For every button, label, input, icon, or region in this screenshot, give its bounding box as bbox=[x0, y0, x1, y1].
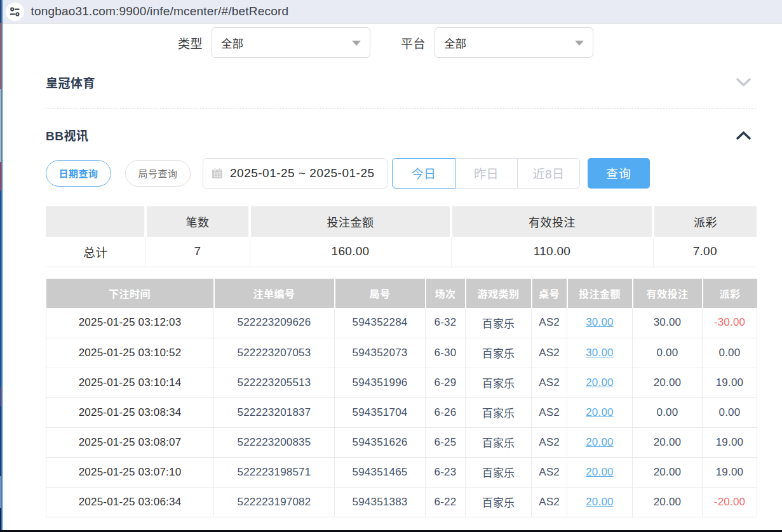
bet-record-cell: 30.00 bbox=[567, 338, 633, 368]
bet-record-cell: AS2 bbox=[532, 308, 567, 338]
bet-table-body: 2025-01-25 03:12:03522223209626594352284… bbox=[46, 308, 757, 517]
bet-record-cell: 0.00 bbox=[633, 338, 703, 368]
bet-record-cell: 19.00 bbox=[703, 368, 757, 397]
bet-amount-link[interactable]: 20.00 bbox=[586, 496, 614, 508]
crown-sports-title: 皇冠体育 bbox=[46, 74, 95, 91]
column-header: 派彩 bbox=[653, 206, 757, 237]
tune-icon bbox=[10, 6, 20, 17]
bet-records-table: 下注时间注单编号局号场次游戏类别桌号投注金额有效投注派彩 2025-01-25 … bbox=[46, 279, 757, 517]
caret-down-icon bbox=[352, 41, 361, 46]
bet-record-cell: AS2 bbox=[532, 338, 567, 368]
bet-amount-link[interactable]: 20.00 bbox=[586, 436, 614, 448]
summary-header-row: 笔数投注金额有效投注派彩 bbox=[46, 206, 757, 237]
bet-record-cell: 522223209626 bbox=[214, 308, 335, 338]
bet-record-cell: 2025-01-25 03:08:07 bbox=[46, 427, 214, 457]
bet-record-cell: 百家乐 bbox=[466, 308, 532, 338]
site-settings-button[interactable] bbox=[6, 3, 24, 21]
bet-record-row: 2025-01-25 03:12:03522223209626594352284… bbox=[46, 308, 757, 338]
bet-record-cell: 594352284 bbox=[335, 308, 426, 338]
last8days-button[interactable]: 近8日 bbox=[517, 159, 579, 188]
bet-record-cell: 20.00 bbox=[633, 427, 703, 457]
bet-record-cell: 0.00 bbox=[703, 397, 757, 427]
column-header: 派彩 bbox=[703, 279, 757, 308]
bet-record-row: 2025-01-25 03:08:34522223201837594351704… bbox=[46, 397, 757, 427]
bet-record-cell: 522223200835 bbox=[214, 427, 335, 457]
bet-record-cell: 6-32 bbox=[426, 308, 466, 338]
today-button[interactable]: 今日 bbox=[392, 158, 455, 189]
bet-amount-link[interactable]: 30.00 bbox=[586, 316, 614, 328]
address-bar[interactable]: tongbao31.com:9900/infe/mcenter/#/betRec… bbox=[3, 0, 782, 23]
summary-cell: 110.00 bbox=[451, 237, 653, 267]
bet-record-cell: 594351383 bbox=[335, 487, 426, 517]
bet-amount-link[interactable]: 20.00 bbox=[586, 406, 614, 418]
bet-record-cell: 522223197082 bbox=[214, 487, 335, 517]
bet-record-cell: 2025-01-25 03:07:10 bbox=[46, 457, 214, 487]
bet-record-cell: 522223201837 bbox=[214, 397, 335, 427]
summary-cell: 7 bbox=[145, 237, 250, 267]
bet-record-cell: 20.00 bbox=[633, 368, 703, 397]
chevron-up-icon[interactable] bbox=[736, 131, 751, 140]
bet-record-cell: 522223198571 bbox=[214, 457, 335, 487]
bet-record-cell: AS2 bbox=[532, 427, 567, 457]
bet-record-cell: -30.00 bbox=[703, 308, 757, 338]
bet-record-cell: 2025-01-25 03:12:03 bbox=[46, 308, 214, 338]
bet-record-cell: 20.00 bbox=[633, 487, 703, 517]
platform-label: 平台 bbox=[401, 34, 426, 51]
browser-window: tongbao31.com:9900/infe/mcenter/#/betRec… bbox=[0, 0, 782, 532]
bet-record-cell: 20.00 bbox=[567, 487, 633, 517]
type-label: 类型 bbox=[178, 34, 203, 51]
section-bb-video[interactable]: BB视讯 bbox=[46, 126, 757, 143]
bet-record-cell: AS2 bbox=[532, 368, 567, 397]
platform-select-value: 全部 bbox=[444, 35, 466, 51]
url-text[interactable]: tongbao31.com:9900/infe/mcenter/#/betRec… bbox=[31, 4, 289, 18]
bb-video-title: BB视讯 bbox=[46, 126, 88, 143]
bet-record-cell: 0.00 bbox=[633, 397, 703, 427]
page-content: 类型 全部 平台 全部 皇冠体育 BB视讯 日期查询 bbox=[3, 24, 782, 530]
bet-record-cell: 594351626 bbox=[335, 427, 426, 457]
section-crown-sports[interactable]: 皇冠体育 bbox=[46, 74, 757, 91]
type-select[interactable]: 全部 bbox=[212, 27, 370, 58]
chevron-down-icon[interactable] bbox=[736, 78, 751, 87]
filter-form-row: 类型 全部 平台 全部 bbox=[46, 27, 757, 58]
bet-record-cell: 6-22 bbox=[426, 487, 466, 517]
bet-record-cell: 594351996 bbox=[335, 368, 426, 397]
bet-record-cell: 2025-01-25 03:10:52 bbox=[46, 338, 214, 368]
bet-record-row: 2025-01-25 03:08:07522223200835594351626… bbox=[46, 427, 757, 457]
column-header: 注单编号 bbox=[214, 279, 335, 308]
summary-cell: 160.00 bbox=[250, 237, 451, 267]
column-header: 场次 bbox=[426, 279, 466, 308]
platform-select[interactable]: 全部 bbox=[435, 27, 593, 58]
bet-record-cell: 522223207053 bbox=[214, 338, 335, 368]
bet-record-cell: 2025-01-25 03:08:34 bbox=[46, 397, 214, 427]
column-header: 下注时间 bbox=[46, 279, 214, 308]
bet-record-cell: AS2 bbox=[532, 457, 567, 487]
bet-amount-link[interactable]: 20.00 bbox=[586, 376, 614, 389]
bet-record-cell: -20.00 bbox=[703, 487, 757, 517]
bet-record-cell: 6-30 bbox=[426, 338, 466, 368]
bet-record-cell: 20.00 bbox=[567, 457, 633, 487]
bet-record-cell: 594352073 bbox=[335, 338, 426, 368]
bet-record-cell: 百家乐 bbox=[466, 457, 532, 487]
yesterday-button[interactable]: 昨日 bbox=[455, 159, 517, 188]
bet-amount-link[interactable]: 20.00 bbox=[586, 466, 614, 478]
column-header: 有效投注 bbox=[633, 279, 703, 308]
summary-cell: 7.00 bbox=[653, 237, 757, 267]
bet-record-cell: 6-26 bbox=[426, 397, 466, 427]
bet-record-row: 2025-01-25 03:07:10522223198571594351465… bbox=[46, 457, 757, 487]
bet-record-cell: 20.00 bbox=[567, 397, 633, 427]
bet-table-header-row: 下注时间注单编号局号场次游戏类别桌号投注金额有效投注派彩 bbox=[46, 279, 757, 308]
column-header: 局号 bbox=[335, 279, 426, 308]
caret-down-icon bbox=[575, 41, 584, 46]
bet-record-cell: 百家乐 bbox=[466, 368, 532, 397]
summary-cell: 总计 bbox=[46, 237, 145, 267]
date-query-tab[interactable]: 日期查询 bbox=[46, 160, 111, 187]
bet-record-cell: AS2 bbox=[532, 487, 567, 517]
bet-record-cell: 6-23 bbox=[426, 457, 466, 487]
bet-record-cell: 594351465 bbox=[335, 457, 426, 487]
round-query-tab[interactable]: 局号查询 bbox=[125, 160, 191, 187]
date-range-input[interactable]: 2025-01-25 ~ 2025-01-25 bbox=[203, 158, 388, 189]
bet-record-cell: 30.00 bbox=[567, 308, 633, 338]
search-button[interactable]: 查询 bbox=[588, 158, 650, 189]
bet-amount-link[interactable]: 30.00 bbox=[586, 347, 614, 359]
bet-record-cell: 20.00 bbox=[567, 368, 633, 397]
